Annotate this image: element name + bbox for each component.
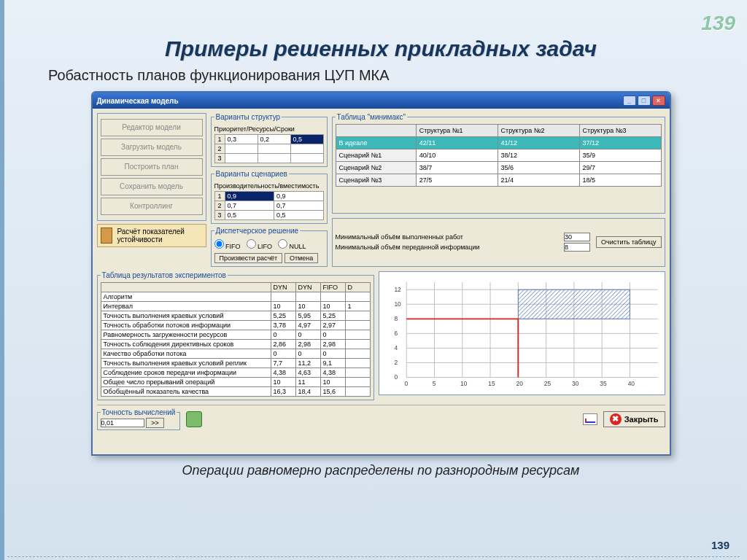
window-titlebar[interactable]: Динамическая модель _ □ ×: [93, 93, 670, 109]
variants-struct-panel: Варианты структур Приоритет/Ресурсы/Срок…: [211, 113, 328, 167]
sidebar-button-4[interactable]: Контроллинг: [101, 198, 203, 215]
svg-text:6: 6: [394, 330, 398, 337]
precision-expand-button[interactable]: >>: [146, 418, 164, 428]
minimize-icon[interactable]: _: [623, 96, 636, 106]
svg-text:20: 20: [516, 380, 523, 387]
variants-scen-panel: Варианты сценариев Производительность/вм…: [211, 170, 328, 224]
sidebar-button-2[interactable]: Построить план: [101, 158, 203, 176]
svg-text:4: 4: [394, 344, 398, 351]
dispatch-option-null[interactable]: NULL: [278, 239, 306, 250]
window-footer: Точность вычислений >> ✖ Закрыть: [97, 405, 665, 430]
results-table[interactable]: DYNDYNFIFODАлгоритмИнтервал1010101Точнос…: [101, 282, 371, 397]
chart-icon: [101, 228, 113, 244]
minimax-panel: Таблица "минимакс" Структура №1Структура…: [332, 113, 665, 214]
sidebar-panel: Редактор моделиЗагрузить модельПостроить…: [97, 113, 206, 221]
close-label: Закрыть: [624, 415, 659, 424]
svg-text:0: 0: [404, 380, 408, 387]
variants-scen-legend: Варианты сценариев: [214, 170, 289, 178]
dispatch-option-lifo[interactable]: LIFO: [247, 239, 273, 250]
svg-text:10: 10: [394, 300, 401, 308]
min-work-label: Минимальный объём выполненных работ: [336, 233, 562, 241]
sidebar-button-1[interactable]: Загрузить модель: [101, 139, 203, 156]
variants-struct-table[interactable]: 10,30,20,523: [214, 134, 324, 163]
params-panel: Минимальный объём выполненных работ Мини…: [332, 218, 665, 268]
slide-title: Примеры решенных прикладных задач: [44, 36, 718, 61]
precision-input[interactable]: [101, 419, 144, 427]
precision-label: Точность вычислений: [101, 408, 177, 416]
refresh-icon[interactable]: [186, 411, 202, 427]
chart-toggle-icon[interactable]: [583, 413, 597, 425]
slide-subtitle: Робастность планов функционирования ЦУП …: [48, 67, 718, 84]
svg-text:40: 40: [627, 380, 635, 387]
variants-struct-header: Приоритет/Ресурсы/Сроки: [214, 125, 324, 133]
variants-scen-table[interactable]: 10,90,920,70,730,50,5: [214, 191, 324, 220]
clear-table-button[interactable]: Очистить таблицу: [596, 236, 661, 248]
svg-text:8: 8: [394, 315, 398, 322]
min-work-input[interactable]: [564, 233, 590, 241]
results-panel: Таблица результатов экспериментов DYNDYN…: [97, 271, 374, 400]
close-x-icon: ✖: [610, 413, 622, 425]
close-icon[interactable]: ×: [652, 96, 665, 106]
sidebar-button-0[interactable]: Редактор модели: [101, 119, 203, 136]
calc-indicators-button[interactable]: Расчёт показателей устойчивости: [97, 224, 206, 247]
cancel-calc-button[interactable]: Отмена: [285, 253, 318, 263]
minimax-legend: Таблица "минимакс": [336, 113, 408, 121]
window-title: Динамическая модель: [97, 97, 179, 105]
svg-rect-32: [518, 289, 630, 319]
svg-text:30: 30: [572, 380, 579, 387]
slide-bottom-caption: Операции равномерно распределены по разн…: [44, 463, 718, 478]
svg-text:2: 2: [394, 359, 398, 366]
svg-text:5: 5: [432, 380, 436, 387]
maximize-icon[interactable]: □: [638, 96, 651, 106]
svg-text:15: 15: [488, 380, 495, 387]
slide-border-bottom: [7, 556, 740, 557]
slide-corner-number: 139: [701, 12, 735, 35]
chart-area: 0510152025303540024681012: [379, 271, 665, 395]
variants-struct-legend: Варианты структур: [214, 113, 282, 121]
svg-text:0: 0: [394, 373, 398, 381]
min-info-input[interactable]: [564, 243, 590, 252]
dispatch-option-fifo[interactable]: FIFO: [214, 239, 241, 250]
svg-text:35: 35: [600, 380, 607, 387]
variants-scen-header: Производительность/вместимость: [214, 182, 324, 190]
dispatch-panel: Диспетчерское решение FIFO LIFO NULL Про…: [211, 227, 328, 267]
minimax-table[interactable]: Структура №1Структура №2Структура №3В ид…: [336, 124, 662, 187]
close-window-button[interactable]: ✖ Закрыть: [603, 411, 665, 427]
app-window: Динамическая модель _ □ × Редактор модел…: [91, 91, 671, 456]
svg-text:10: 10: [460, 380, 467, 387]
min-info-label: Минимальный объём переданной информации: [336, 244, 562, 251]
results-legend: Таблица результатов экспериментов: [101, 271, 228, 279]
calc-indicators-label: Расчёт показателей устойчивости: [117, 228, 202, 244]
run-calc-button[interactable]: Произвести расчёт: [214, 253, 283, 263]
sidebar-button-3[interactable]: Сохранить модель: [101, 178, 203, 195]
page-number: 139: [711, 539, 729, 551]
dispatch-legend: Диспетчерское решение: [214, 227, 301, 235]
svg-text:25: 25: [543, 380, 551, 387]
svg-text:12: 12: [394, 286, 401, 293]
